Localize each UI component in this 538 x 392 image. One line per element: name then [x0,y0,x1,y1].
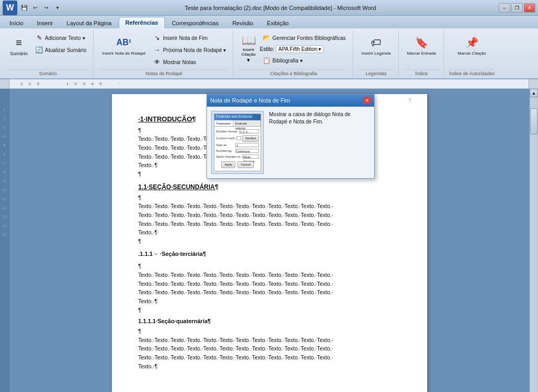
sumario-group-label: Sumário [7,69,89,77]
heading-secao-terciaria: .1.1.1→ ·Seção·terciária¶ [138,250,401,259]
popup-close-button[interactable]: ✕ [364,97,371,104]
citacoes-group-label: Citações e Bibliografia [239,69,348,77]
dialog-buttons: Apply Cancel [216,161,259,168]
ruler-main: · ·1· ·2· ·3· · 1· ·2· ·3· ·4· ·5· · ⌃ [9,79,529,88]
citacoes-content: 📖 InserirCitação ▾ 📂 Gerenciar Fontes Bi… [239,30,348,69]
group-notas: AB¹ Inserir Nota de Rodapé ↘ Inserir Not… [95,30,233,77]
dialog-titlebar-inner: Footnote and Endnote [214,114,261,120]
legendas-group-label: Legendas [358,69,394,77]
group-legendas: 🏷 Inserir Legenda Legendas [354,30,399,77]
ruler-side-right [529,79,538,88]
tab-exibicao[interactable]: Exibição [260,17,296,28]
redo-qa-button[interactable]: ↪ [42,3,51,13]
inserir-nota-button[interactable]: AB¹ Inserir Nota de Rodapé [99,32,149,58]
undo-qa-button[interactable]: ↩ [30,3,40,13]
autoridades-content: 📌 Marcar Citação [454,30,489,69]
inserir-legenda-button[interactable]: 🏷 Inserir Legenda [358,32,394,58]
restore-button[interactable]: ❐ [511,3,523,13]
bibliografia-icon: 📋 [263,56,271,65]
dialog-row-custom: Custom mark: Symbol [216,135,259,142]
sumario-button[interactable]: ≡ Sumário [7,32,31,58]
scroll-track[interactable] [530,98,537,392]
dialog-preview: Footnote and Endnote Footnotes Endnote o… [211,111,264,174]
sumario-small-buttons: ✎ Adicionar Texto ▾ 🔄 Atualizar Sumário [33,32,89,56]
title-bar: W 💾 ↩ ↪ ▾ Teste para formatação (2).doc … [0,0,538,16]
tab-inicio[interactable]: Início [3,17,30,28]
gerenciar-fontes-button[interactable]: 📂 Gerenciar Fontes Bibliográficas [260,32,349,44]
dialog-custom-mark[interactable] [236,136,241,140]
notas-small-buttons: ↘ Inserir Nota de Fim → Próxima Nota de … [150,32,229,68]
popup-titlebar: Nota de Rodapé e Nota de Fim ✕ [207,95,374,107]
vertical-scrollbar[interactable]: ▲ ▼ [530,89,538,392]
dialog-cancel-button[interactable]: Cancel [237,161,254,168]
word-logo: W [3,1,17,15]
document-area: ¶ ·1·INTRODUÇÃO¶ ¶ Texto.·Texto.·Texto.·… [9,89,530,392]
marcar-entrada-button[interactable]: 🔖 Marcar Entrada [404,32,439,58]
dialog-body: Number format: 1, 2, 3, ... Custom mark:… [214,127,261,170]
dialog-tabs: Footnotes Endnote options [214,120,261,127]
sumario-icon: ≡ [11,34,27,51]
proxima-nota-icon: → [153,46,161,54]
tab-referencias[interactable]: Referências [119,17,165,28]
bibliografia-button[interactable]: 📋 Bibliografia ▾ [260,55,349,66]
dialog-apply-button[interactable]: Apply [221,161,235,168]
dialog-start-at[interactable]: 1 [235,143,259,147]
update-icon: 🔄 [35,46,44,54]
add-text-icon: ✎ [35,34,44,42]
para-quat-blank: ¶ [138,327,401,335]
indice-group-label: Índice [404,69,439,77]
proxima-nota-button[interactable]: → Próxima Nota de Rodapé ▾ [150,44,229,56]
scroll-up-button[interactable]: ▲ [530,89,538,97]
add-text-button[interactable]: ✎ Adicionar Texto ▾ [33,32,89,44]
dialog-symbol-button[interactable]: Symbol [242,135,259,142]
dialog-tab-endnotes[interactable]: Endnote options [233,120,261,126]
gerenciar-icon: 📂 [263,34,271,42]
nota-fim-icon: ↘ [153,34,161,42]
minimize-button[interactable]: – [499,3,510,13]
legenda-icon: 🏷 [368,34,385,51]
inserir-citacao-button[interactable]: 📖 InserirCitação ▾ [239,32,258,65]
marcar-citacao-button[interactable]: 📌 Marcar Citação [454,32,489,58]
quick-access-toolbar: 💾 ↩ ↪ ▾ [19,3,62,13]
tab-correspondencias[interactable]: Correspondências [165,17,225,28]
citacao-icon: 📖 [242,34,256,47]
tab-inserir[interactable]: Inserir [30,17,60,28]
para-sec-end: Texto.·¶ [138,229,401,236]
para-quat-1: Texto.·Texto.·Texto.·Texto.·Texto.·Texto… [138,336,401,344]
dialog-tab-footnotes[interactable]: Footnotes [214,120,233,126]
group-citacoes: 📖 InserirCitação ▾ 📂 Gerenciar Fontes Bi… [234,30,353,77]
window-title: Teste para formatação (2).doc [Modo de C… [62,5,499,11]
tab-revisao[interactable]: Revisão [225,17,260,28]
dialog-apply-to[interactable]: Whole document [242,154,259,159]
group-indice: 🔖 Marcar Entrada Índice [400,30,444,77]
scroll-thumb[interactable] [530,108,537,135]
main-area: 1 2 3 4 5 6 7 8 9 10 11 12 13 14 15 ¶ ·1… [0,89,538,392]
inserir-nota-fim-button[interactable]: ↘ Inserir Nota de Fim [150,32,229,44]
para-quat-end: Texto.·¶ [138,363,401,370]
marcar-entrada-icon: 🔖 [413,34,430,51]
para-sec-1: Texto.·Texto.·Texto.·Texto.·Texto.·Texto… [138,202,401,210]
ruler-side-left [0,79,9,88]
para-quat-3: Texto.·Texto.·Texto.·Texto.·Texto.·Texto… [138,354,401,362]
close-button[interactable]: ✕ [524,3,535,13]
para-sec-blank: ¶ [138,194,401,202]
para-terc-end: Texto.·¶ [138,297,401,305]
mostrar-notas-button[interactable]: 👁 Mostrar Notas [150,56,229,68]
marcar-citacao-icon: 📌 [463,34,480,51]
dialog-row-numbering: Numbering: Continuous [216,149,259,153]
tab-layout[interactable]: Layout da Página [60,17,119,28]
document-page[interactable]: ¶ ·1·INTRODUÇÃO¶ ¶ Texto.·Texto.·Texto.·… [112,94,427,392]
notas-content: AB¹ Inserir Nota de Rodapé ↘ Inserir Not… [99,30,229,69]
dialog-number-format[interactable]: 1, 2, 3, ... [239,129,259,133]
save-qa-button[interactable]: 💾 [19,3,29,13]
dialog-title: Footnote and Endnote [216,114,252,120]
dialog-numbering[interactable]: Continuous [235,149,259,153]
autoridades-group-label: Índice de Autoridades [449,69,495,77]
para-blank-2: ¶ [138,238,401,245]
update-sumario-button[interactable]: 🔄 Atualizar Sumário [33,44,89,56]
customize-qa-button[interactable]: ▾ [53,3,62,13]
dialog-row-apply: Apply changes to: Whole document [216,154,259,159]
citacoes-small-buttons: 📂 Gerenciar Fontes Bibliográficas Estilo… [260,32,349,66]
estilo-dropdown[interactable]: APA Fifth Edition ▾ [276,45,324,53]
page-marker: ¶ [409,97,411,105]
